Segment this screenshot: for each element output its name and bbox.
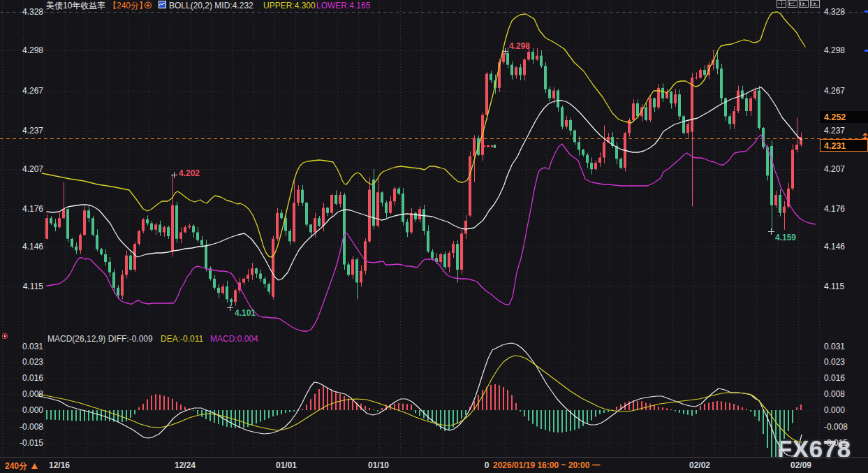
svg-text:4.267: 4.267 [824, 86, 845, 96]
svg-text:4.207: 4.207 [22, 164, 43, 174]
svg-text:4.298: 4.298 [509, 41, 530, 51]
svg-text:01/10: 01/10 [368, 460, 389, 470]
svg-text:4.231: 4.231 [824, 141, 846, 151]
svg-text:02/02: 02/02 [689, 460, 710, 470]
svg-text:0.016: 0.016 [824, 373, 845, 383]
svg-text:0.000: 0.000 [22, 405, 43, 415]
svg-text:4.328: 4.328 [824, 7, 845, 17]
svg-text:0.000: 0.000 [824, 405, 845, 415]
svg-text:-0.015: -0.015 [20, 438, 43, 448]
svg-text:【240分】: 【240分】 [108, 1, 147, 10]
svg-text:2026/01/19 16:00 ~ 20:00 一: 2026/01/19 16:00 ~ 20:00 一 [493, 460, 601, 470]
svg-text:4.328: 4.328 [22, 7, 43, 17]
svg-text:4.298: 4.298 [824, 45, 845, 55]
svg-text:BOLL(20,2) MID:4.232: BOLL(20,2) MID:4.232 [169, 1, 253, 10]
svg-text:MACD(26,12,9) DIFF:-0.009: MACD(26,12,9) DIFF:-0.009 [47, 334, 153, 344]
svg-text:240分: 240分 [5, 461, 28, 471]
svg-text:0.023: 0.023 [22, 357, 43, 367]
svg-text:0.023: 0.023 [824, 357, 845, 367]
svg-text:-0.015: -0.015 [824, 438, 848, 448]
svg-text:UPPER:4.300: UPPER:4.300 [263, 1, 316, 10]
svg-text:-0.008: -0.008 [824, 422, 848, 432]
svg-text:4.115: 4.115 [824, 282, 844, 291]
svg-text:0.008: 0.008 [22, 389, 43, 399]
svg-text:LOWER:4.165: LOWER:4.165 [316, 1, 371, 10]
svg-text:0: 0 [485, 460, 490, 470]
svg-text:4.298: 4.298 [22, 45, 43, 55]
svg-text:4.159: 4.159 [775, 233, 796, 242]
svg-text:0.016: 0.016 [22, 373, 43, 383]
svg-text:4.176: 4.176 [22, 204, 43, 214]
svg-text:0.008: 0.008 [824, 389, 845, 399]
svg-text:4.146: 4.146 [22, 242, 43, 252]
svg-text:0.031: 0.031 [22, 342, 43, 351]
svg-text:4.267: 4.267 [22, 86, 43, 96]
svg-text:4.252: 4.252 [824, 112, 846, 122]
svg-text:4.101: 4.101 [235, 308, 256, 318]
svg-text:4.115: 4.115 [23, 282, 43, 291]
svg-text:4.202: 4.202 [179, 168, 200, 178]
svg-text:4.237: 4.237 [824, 126, 845, 136]
svg-text:4.146: 4.146 [824, 242, 845, 252]
svg-text:DEA:-0.011: DEA:-0.011 [161, 334, 203, 344]
svg-text:4.207: 4.207 [824, 164, 845, 174]
svg-text:MACD:0.004: MACD:0.004 [210, 334, 258, 344]
svg-text:0.031: 0.031 [824, 342, 845, 351]
svg-text:美债10年收益率: 美债10年收益率 [46, 1, 105, 10]
svg-text:01/01: 01/01 [276, 460, 297, 470]
svg-text:-0.008: -0.008 [20, 422, 43, 432]
svg-text:4.237: 4.237 [22, 126, 43, 136]
svg-text:4.176: 4.176 [824, 204, 845, 214]
svg-text:02/09: 02/09 [790, 460, 811, 470]
svg-text:12/16: 12/16 [49, 460, 70, 470]
svg-text:12/24: 12/24 [175, 460, 196, 470]
